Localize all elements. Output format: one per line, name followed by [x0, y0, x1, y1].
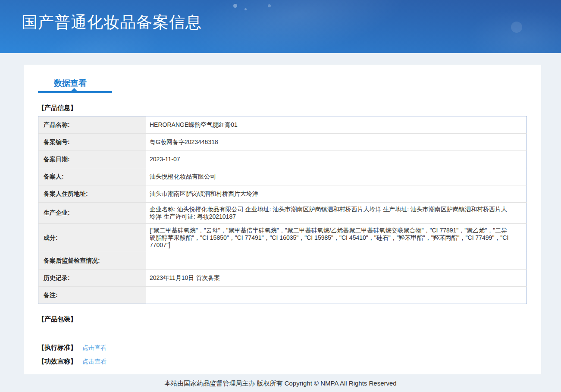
row-label: 备注:	[38, 287, 146, 304]
execution-standard-row: 【执行标准】 点击查看	[38, 344, 527, 352]
page-title: 国产普通化妆品备案信息	[22, 12, 202, 33]
execution-standard-view-link[interactable]: 点击查看	[82, 344, 107, 352]
product-info-table: 产品名称: HERORANGE蝶韵空气腮红膏01 备案编号: 粤G妆网备字202…	[38, 116, 527, 304]
row-value: HERORANGE蝶韵空气腮红膏01	[146, 116, 527, 134]
row-value: ["聚二甲基硅氧烷"，"云母"，"聚甲基倍半硅氧烷"，"聚二甲基硅氧烷/乙烯基聚…	[146, 224, 527, 252]
tab-active-triangle-icon	[71, 88, 78, 91]
table-row: 备案后监督检查情况:	[38, 252, 527, 270]
section-product-packaging-title: 【产品包装】	[38, 315, 527, 323]
row-value: 汕头悦橙化妆品有限公司	[146, 168, 527, 185]
section-execution-standard-title: 【执行标准】	[38, 344, 77, 352]
table-row: 成分: ["聚二甲基硅氧烷"，"云母"，"聚甲基倍半硅氧烷"，"聚二甲基硅氧烷/…	[38, 224, 527, 252]
row-label: 备案人:	[38, 168, 146, 185]
table-row: 备案日期: 2023-11-07	[38, 151, 527, 168]
banner-decoration-blob	[179, 0, 416, 53]
banner-decoration-dot	[233, 4, 237, 8]
page-footer: 本站由国家药品监督管理局主办 版权所有 Copyright © NMPA All…	[0, 374, 561, 392]
row-label: 备案后监督检查情况:	[38, 252, 146, 270]
table-row: 备案人: 汕头悦橙化妆品有限公司	[38, 168, 527, 185]
table-row: 历史记录: 2023年11月10日 首次备案	[38, 270, 527, 287]
row-value	[146, 252, 527, 270]
banner-decoration-dot	[511, 22, 522, 33]
content-card: 数据查看 【产品信息】 产品名称: HERORANGE蝶韵空气腮红膏01 备案编…	[24, 65, 541, 374]
tab-bar: 数据查看	[38, 65, 527, 92]
page-header-banner: 国产普通化妆品备案信息	[0, 0, 561, 53]
row-value	[146, 287, 527, 304]
row-label: 备案人住所地址:	[38, 185, 146, 203]
row-label: 成分:	[38, 224, 146, 252]
banner-decoration-dot	[244, 8, 247, 10]
row-value: 企业名称: 汕头悦橙化妆品有限公司 企业地址: 汕头市潮南区胪岗镇泗和村桥西片大…	[146, 203, 527, 224]
banner-decoration-dot	[268, 4, 271, 7]
table-row: 备案人住所地址: 汕头市潮南区胪岗镇泗和村桥西片大坽洋	[38, 185, 527, 203]
table-row: 产品名称: HERORANGE蝶韵空气腮红膏01	[38, 116, 527, 134]
row-value: 粤G妆网备字2023446318	[146, 134, 527, 151]
row-label: 历史记录:	[38, 270, 146, 287]
tab-divider-line	[38, 92, 527, 92]
tab-data-view[interactable]: 数据查看	[54, 78, 87, 88]
row-label: 备案编号:	[38, 134, 146, 151]
row-value: 2023-11-07	[146, 151, 527, 168]
table-row: 备案编号: 粤G妆网备字2023446318	[38, 134, 527, 151]
efficacy-claim-row: 【功效宣称】 点击查看	[38, 358, 527, 366]
section-efficacy-claim-title: 【功效宣称】	[38, 358, 77, 366]
copyright-text: 本站由国家药品监督管理局主办 版权所有 Copyright © NMPA All…	[164, 379, 396, 387]
row-label: 生产企业:	[38, 203, 146, 224]
row-label: 备案日期:	[38, 151, 146, 168]
section-product-info-title: 【产品信息】	[38, 104, 527, 112]
efficacy-claim-view-link[interactable]: 点击查看	[82, 358, 107, 366]
table-row: 备注:	[38, 287, 527, 304]
row-value: 汕头市潮南区胪岗镇泗和村桥西片大坽洋	[146, 185, 527, 203]
row-label: 产品名称:	[38, 116, 146, 134]
table-row: 生产企业: 企业名称: 汕头悦橙化妆品有限公司 企业地址: 汕头市潮南区胪岗镇泗…	[38, 203, 527, 224]
banner-decoration-blob	[466, 9, 561, 53]
row-value: 2023年11月10日 首次备案	[146, 270, 527, 287]
